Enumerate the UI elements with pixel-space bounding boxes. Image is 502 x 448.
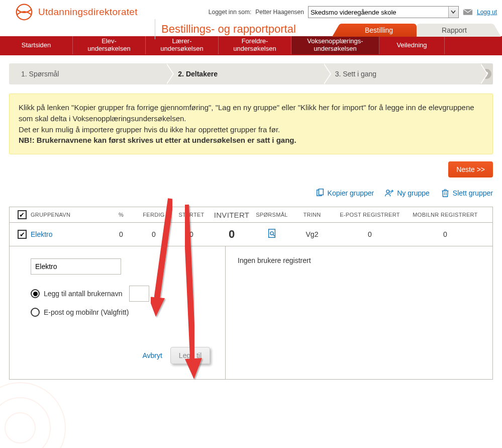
group-name-input[interactable] bbox=[31, 258, 121, 275]
radio-add-count[interactable] bbox=[31, 289, 40, 298]
nav-elev[interactable]: Elev-undersøkelsen bbox=[73, 36, 146, 54]
th-gruppenavn: GRUPPENAVN bbox=[31, 212, 106, 218]
user-name: Petter Haagensen bbox=[255, 9, 304, 16]
logout-link[interactable]: Logg ut bbox=[477, 9, 497, 16]
copy-groups-link[interactable]: Kopier grupper bbox=[316, 189, 374, 198]
nav-voksen[interactable]: Voksenopplærings-undersøkelsen bbox=[291, 36, 379, 54]
nav-laerer[interactable]: Lærer-undersøkelsen bbox=[146, 36, 219, 54]
nav-foreldre[interactable]: Foreldre-undersøkelsen bbox=[219, 36, 291, 54]
trash-icon bbox=[441, 189, 450, 198]
step-bar: 1. Spørsmål 2. Deltakere 3. Sett i gang … bbox=[9, 63, 493, 84]
cell-ferdig: 0 bbox=[136, 230, 171, 238]
cancel-link[interactable]: Avbryt bbox=[142, 351, 162, 360]
row-checkbox[interactable] bbox=[18, 230, 27, 239]
table-header: GRUPPENAVN % FERDIG STARTET INVITERT SPØ… bbox=[10, 207, 492, 223]
delete-groups-link[interactable]: Slett grupper bbox=[441, 189, 493, 198]
table-row: Elektro 0 0 0 0 Vg2 0 0 bbox=[10, 223, 492, 246]
notice-line-3: NB!: Brukernavnene kan først skrives ut … bbox=[19, 136, 296, 144]
notice-line-2: Det er kun mulig å importere grupper hvi… bbox=[19, 124, 483, 135]
th-mobil: MOBILNR REGISTRERT bbox=[408, 212, 483, 218]
groups-table: GRUPPENAVN % FERDIG STARTET INVITERT SPØ… bbox=[9, 207, 493, 380]
th-epost: E-POST REGISTRERT bbox=[332, 212, 408, 218]
tab-bestilling[interactable]: Bestilling bbox=[341, 24, 417, 37]
user-count-input[interactable] bbox=[129, 286, 149, 302]
cell-pct: 0 bbox=[106, 230, 136, 238]
svg-point-5 bbox=[389, 191, 391, 193]
brand-logo: Utdanningsdirektoratet bbox=[15, 3, 138, 21]
nav-veiledning[interactable]: Veiledning bbox=[379, 36, 445, 54]
cell-sporsmal[interactable] bbox=[252, 229, 292, 240]
radio-email-mobile-label: E-post og mobilnr (Valgfritt) bbox=[44, 308, 129, 316]
main-nav: Startsiden Elev-undersøkelsen Lærer-unde… bbox=[0, 36, 502, 55]
no-users-message: Ingen brukere registrert bbox=[238, 256, 311, 264]
step-3[interactable]: 3. Sett i gang bbox=[323, 63, 480, 84]
step-2[interactable]: 2. Deltakere bbox=[166, 63, 323, 84]
svg-rect-6 bbox=[269, 229, 275, 237]
th-pct: % bbox=[106, 212, 136, 218]
cell-mobil: 0 bbox=[408, 230, 483, 238]
svg-point-7 bbox=[270, 231, 273, 234]
notice-line-1: Klikk på lenken "Kopier grupper fra forr… bbox=[19, 102, 483, 124]
cell-trinn: Vg2 bbox=[292, 230, 332, 238]
brand-text: Utdanningsdirektoratet bbox=[38, 7, 138, 18]
add-user-icon bbox=[385, 189, 394, 198]
th-ferdig: FERDIG bbox=[136, 212, 171, 218]
portal-title: Bestillings- og rapportportal bbox=[161, 23, 296, 36]
login-label: Logget inn som: bbox=[209, 9, 251, 16]
th-invitert: INVITERT bbox=[212, 211, 252, 219]
cell-epost: 0 bbox=[332, 230, 408, 238]
next-button[interactable]: Neste >> bbox=[448, 161, 493, 177]
group-edit-panel: Legg til antall brukernavn E-post og mob… bbox=[10, 246, 492, 379]
copy-icon bbox=[316, 189, 325, 198]
svg-point-4 bbox=[386, 190, 389, 193]
cell-invitert: 0 bbox=[212, 228, 252, 241]
step-1[interactable]: 1. Spørsmål bbox=[9, 63, 166, 84]
new-group-link[interactable]: Ny gruppe bbox=[385, 189, 430, 198]
th-startet: STARTET bbox=[171, 212, 212, 218]
mail-icon[interactable] bbox=[463, 9, 473, 16]
preview-icon bbox=[267, 229, 276, 239]
cell-startet: 0 bbox=[171, 230, 212, 238]
radio-add-count-label: Legg til antall brukernavn bbox=[44, 290, 122, 298]
info-notice: Klikk på lenken "Kopier grupper fra forr… bbox=[9, 94, 493, 154]
select-all-checkbox[interactable] bbox=[18, 210, 27, 219]
add-button[interactable]: Legg til bbox=[170, 347, 210, 364]
school-select[interactable] bbox=[308, 6, 459, 18]
tab-rapport[interactable]: Rapport bbox=[417, 24, 492, 37]
radio-email-mobile[interactable] bbox=[31, 308, 40, 317]
th-sporsmal: SPØRSMÅL bbox=[252, 212, 292, 218]
nav-startsiden[interactable]: Startsiden bbox=[0, 36, 73, 54]
svg-rect-3 bbox=[319, 189, 323, 195]
group-name-link[interactable]: Elektro bbox=[31, 230, 106, 238]
logo-icon bbox=[15, 3, 33, 21]
th-trinn: TRINN bbox=[292, 212, 332, 218]
